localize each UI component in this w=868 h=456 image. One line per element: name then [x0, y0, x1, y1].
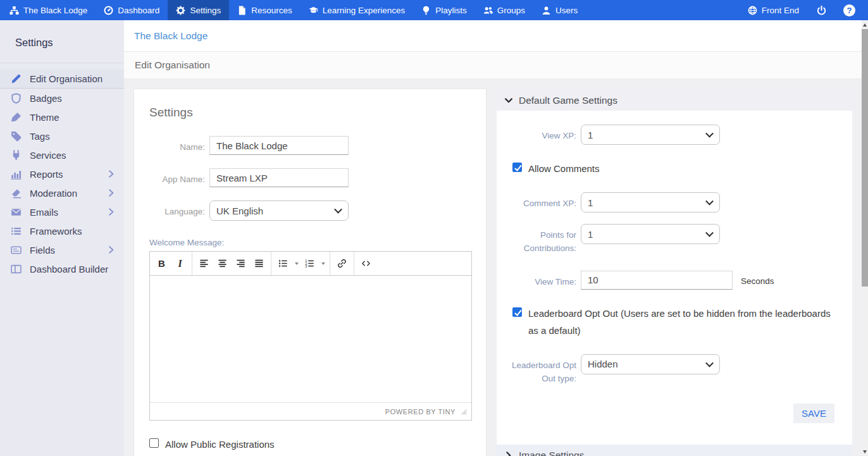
help-button[interactable]: ?: [836, 0, 863, 20]
resize-handle-icon[interactable]: [460, 408, 467, 415]
language-row: Language: UK English: [149, 200, 471, 221]
comment-xp-select[interactable]: 1: [581, 192, 720, 213]
navbar-items: The Black LodgeDashboardSettingsResource…: [0, 0, 586, 20]
sidebar-item-badges[interactable]: Badges: [0, 89, 124, 108]
sidebar-item-label: Edit Organisation: [30, 73, 102, 84]
nav-item-users[interactable]: Users: [533, 0, 586, 20]
settings-sidebar: Settings Edit OrganisationBadgesThemeTag…: [0, 20, 124, 456]
allow-comments-label: Allow Comments: [528, 160, 600, 177]
sidebar-item-frameworks[interactable]: Frameworks: [0, 221, 124, 240]
leaderboard-opt-out-type-select[interactable]: Hidden: [581, 354, 720, 374]
leaderboard-opt-out-checkbox[interactable]: [512, 307, 522, 317]
points-for-contributions-label: Points for Contributions:: [508, 224, 576, 256]
default-game-settings-title: Default Game Settings: [519, 95, 617, 106]
language-select[interactable]: UK English: [209, 200, 349, 221]
comment-xp-label: Comment XP:: [508, 192, 576, 211]
logout-button[interactable]: [807, 0, 836, 20]
sidebar-item-dashboard-builder[interactable]: Dashboard Builder: [0, 259, 124, 278]
numbered-list-button[interactable]: 123: [301, 254, 319, 273]
card-icon: [11, 245, 22, 256]
align-justify-button[interactable]: [250, 254, 268, 273]
view-time-suffix: Seconds: [741, 271, 774, 286]
breadcrumb: The Black Lodge: [124, 20, 862, 52]
sidebar-item-theme[interactable]: Theme: [0, 108, 124, 126]
allow-public-registrations-checkbox[interactable]: [149, 438, 159, 448]
chevron-right-icon: [108, 169, 115, 178]
italic-button[interactable]: I: [171, 254, 189, 273]
sidebar-item-services[interactable]: Services: [0, 145, 124, 164]
link-button[interactable]: [333, 254, 351, 273]
scroll-up-arrow[interactable]: [863, 23, 867, 27]
save-button[interactable]: SAVE: [793, 404, 834, 423]
allow-comments-checkbox[interactable]: [512, 163, 522, 172]
nav-item-label: Users: [555, 6, 578, 15]
nav-item-settings[interactable]: Settings: [168, 0, 229, 20]
name-input[interactable]: [209, 136, 349, 155]
sidebar-items: Edit OrganisationBadgesThemeTagsServices…: [0, 63, 124, 278]
vertical-scrollbar[interactable]: [862, 20, 868, 456]
editor-content-area[interactable]: [150, 276, 471, 402]
sidebar-item-reports[interactable]: Reports: [0, 164, 124, 183]
image-settings-section-header[interactable]: Image Settings: [497, 445, 852, 456]
points-for-contributions-select[interactable]: 1: [581, 224, 720, 244]
allow-public-registrations-row: Allow Public Registrations: [149, 436, 471, 453]
view-time-input[interactable]: [581, 271, 733, 290]
sidebar-item-label: Badges: [30, 93, 62, 104]
bold-button[interactable]: B: [152, 254, 171, 273]
nav-item-dashboard[interactable]: Dashboard: [96, 0, 168, 20]
align-right-button[interactable]: [232, 254, 250, 273]
toolbar-group-code: [354, 252, 378, 275]
sidebar-item-emails[interactable]: Emails: [0, 202, 124, 221]
view-xp-select[interactable]: 1: [581, 125, 720, 145]
name-label: Name:: [149, 136, 205, 154]
align-left-button[interactable]: [195, 254, 213, 273]
nav-item-resources[interactable]: Resources: [229, 0, 301, 20]
numbered-list-dropdown[interactable]: [319, 254, 327, 273]
app-name-input[interactable]: [209, 168, 349, 187]
nav-item-learning-experiences[interactable]: Learning Experiences: [301, 0, 414, 20]
sidebar-item-label: Emails: [30, 207, 58, 218]
power-icon: [817, 6, 826, 15]
sidebar-item-tags[interactable]: Tags: [0, 126, 124, 145]
nav-item-label: Front End: [762, 6, 799, 15]
points-for-contributions-row: Points for Contributions: 1: [508, 224, 841, 256]
nav-item-groups[interactable]: Groups: [475, 0, 533, 20]
sidebar-item-fields[interactable]: Fields: [0, 240, 124, 259]
chevron-down-icon: [504, 96, 513, 105]
help-icon: ?: [843, 4, 855, 16]
bullet-list-dropdown[interactable]: [292, 254, 301, 273]
toolbar-group-link: [330, 252, 354, 275]
default-game-settings-body: View XP: 1 Allow Comments Comment XP: 1 …: [497, 111, 852, 438]
game-settings-card: Default Game Settings View XP: 1 Allow C…: [497, 90, 852, 456]
sidebar-item-edit-organisation[interactable]: Edit Organisation: [0, 70, 124, 89]
eraser-icon: [11, 188, 22, 199]
nav-item-playlists[interactable]: Playlists: [413, 0, 475, 20]
scrollbar-thumb[interactable]: [862, 29, 868, 287]
sidebar-item-label: Fields: [30, 245, 55, 256]
chevron-right-icon: [108, 188, 115, 197]
align-center-button[interactable]: [213, 254, 232, 273]
content-area: Settings Name: App Name: Language: UK En…: [124, 79, 862, 456]
svg-text:3: 3: [305, 264, 307, 268]
allow-public-registrations-label: Allow Public Registrations: [165, 436, 275, 453]
bullet-list-button[interactable]: [274, 254, 292, 273]
nav-item-label: Resources: [251, 6, 292, 15]
nav-item-front-end[interactable]: Front End: [740, 0, 807, 20]
sidebar-title: Settings: [0, 20, 124, 63]
leaderboard-opt-out-row: Leaderboard Opt Out (Users are set to be…: [512, 305, 841, 339]
organisation-settings-card: Settings Name: App Name: Language: UK En…: [133, 89, 487, 456]
nav-item-label: The Black Lodge: [23, 6, 87, 15]
breadcrumb-org-link[interactable]: The Black Lodge: [134, 30, 208, 42]
scroll-down-arrow[interactable]: [863, 450, 867, 453]
nav-item-the-black-lodge[interactable]: The Black Lodge: [1, 0, 96, 20]
leaderboard-opt-out-type-row: Leaderboard Opt Out type: Hidden: [508, 354, 841, 386]
default-game-settings-header[interactable]: Default Game Settings: [497, 90, 852, 111]
pencil-icon: [11, 73, 22, 84]
editor-toolbar: B I 123: [150, 252, 471, 276]
sidebar-item-moderation[interactable]: Moderation: [0, 183, 124, 202]
source-code-button[interactable]: [357, 254, 375, 273]
user-icon: [542, 6, 551, 15]
nav-item-label: Dashboard: [118, 6, 159, 15]
allow-comments-row: Allow Comments: [512, 160, 841, 177]
app-name-label: App Name:: [149, 168, 205, 186]
